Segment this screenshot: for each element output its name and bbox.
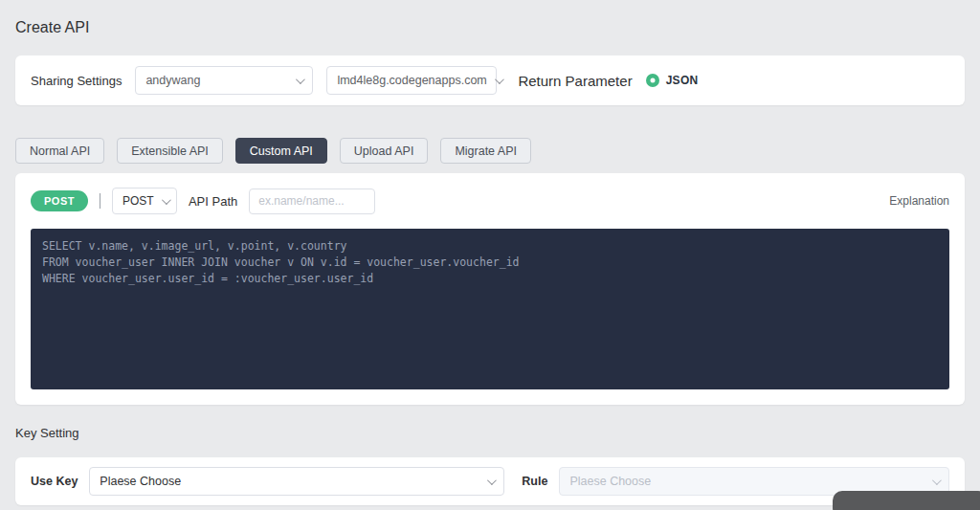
return-parameter-label: Return Parameter [518, 73, 632, 89]
use-key-label: Use Key [31, 475, 78, 488]
corner-overlay [833, 491, 980, 510]
key-setting-card: Use Key Plaese Choose Rule Plaese Choose [15, 457, 965, 505]
sharing-domain-select[interactable]: lmd4le8g.codegenapps.com [326, 66, 497, 95]
chevron-down-icon [495, 75, 504, 84]
api-toolbar: POST POST API Path Explanation [31, 188, 949, 214]
explanation-link[interactable]: Explanation [889, 194, 949, 208]
use-key-value: Plaese Choose [100, 475, 181, 488]
method-badge: POST [31, 190, 88, 211]
rule-label: Rule [522, 475, 547, 488]
sharing-domain-value: lmd4le8g.codegenapps.com [337, 74, 486, 87]
use-key-select[interactable]: Plaese Choose [89, 467, 504, 496]
tab-normal-api[interactable]: Normal API [15, 138, 104, 164]
create-api-page: Create API Sharing Settings andywang lmd… [0, 0, 980, 505]
api-path-input[interactable] [249, 188, 375, 214]
sql-line: WHERE voucher_user.user_id = :voucher_us… [42, 271, 938, 287]
api-path-label: API Path [189, 194, 237, 209]
api-type-tabs: Normal API Extensible API Custom API Upl… [15, 138, 965, 164]
tab-migrate-api[interactable]: Migrate API [440, 138, 531, 164]
json-radio-label: JSON [666, 74, 699, 87]
chevron-down-icon [932, 476, 942, 485]
method-select[interactable]: POST [112, 188, 177, 214]
tab-upload-api[interactable]: Upload API [340, 138, 429, 164]
sharing-settings-label: Sharing Settings [31, 74, 122, 88]
sharing-settings-card: Sharing Settings andywang lmd4le8g.codeg… [15, 55, 965, 105]
tab-extensible-api[interactable]: Extensible API [117, 138, 223, 164]
key-setting-title: Key Setting [15, 426, 965, 440]
json-radio[interactable]: JSON [646, 74, 699, 87]
sql-line: FROM voucher_user INNER JOIN voucher v O… [42, 255, 938, 271]
sharing-user-select[interactable]: andywang [135, 66, 313, 95]
toolbar-divider [100, 193, 100, 209]
sharing-user-value: andywang [145, 74, 200, 87]
page-title: Create API [15, 19, 965, 36]
radio-selected-icon [646, 74, 659, 87]
chevron-down-icon [487, 476, 497, 485]
method-select-value: POST [122, 194, 154, 208]
chevron-down-icon [296, 75, 305, 84]
rule-value: Plaese Choose [569, 475, 651, 488]
tab-custom-api[interactable]: Custom API [235, 138, 327, 164]
sql-editor[interactable]: SELECT v.name, v.image_url, v.point, v.c… [31, 229, 949, 389]
sql-line: SELECT v.name, v.image_url, v.point, v.c… [42, 238, 938, 255]
custom-api-card: POST POST API Path Explanation SELECT v.… [15, 173, 965, 405]
chevron-down-icon [162, 195, 171, 205]
